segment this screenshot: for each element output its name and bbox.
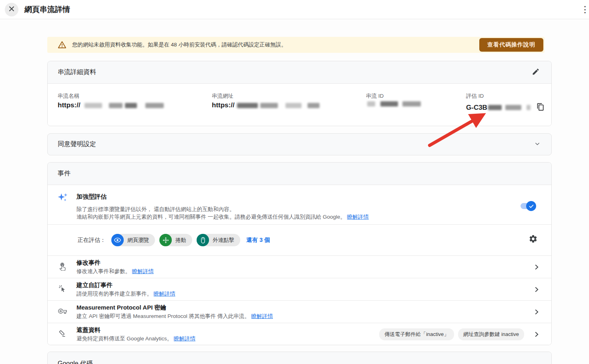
google-tag-header: Google 代碼 bbox=[48, 352, 551, 364]
copy-measurement-id-button[interactable] bbox=[535, 101, 546, 114]
stream-id-value bbox=[366, 101, 422, 107]
learn-more-link[interactable]: 瞭解詳情 bbox=[174, 336, 195, 342]
copy-icon bbox=[537, 103, 545, 112]
scroll-icon bbox=[159, 234, 172, 246]
redact-email-badge: 傳送電子郵件給「inactive」 bbox=[379, 328, 454, 340]
measurement-id-label: 評估 ID bbox=[466, 93, 484, 100]
key-icon bbox=[58, 307, 67, 317]
row-create-custom-events[interactable]: 建立自訂事件 請使用現有的事件建立新事件。 瞭解詳情 bbox=[48, 278, 551, 300]
stream-name-value: https:// bbox=[58, 101, 165, 109]
eraser-icon bbox=[58, 329, 67, 340]
badge-scrolls: 捲動 bbox=[159, 234, 192, 246]
learn-more-link[interactable]: 瞭解詳情 bbox=[251, 313, 273, 319]
row-title: 修改事件 bbox=[76, 259, 101, 267]
eye-icon bbox=[111, 234, 124, 246]
consent-settings-card[interactable]: 同意聲明設定 bbox=[47, 133, 552, 155]
chevron-right-icon bbox=[532, 285, 541, 296]
web-stream-details-page: 網頁串流詳情 ⋮ 您的網站未啟用資料收集功能。如果是在 48 小時前安裝代碼，請… bbox=[0, 0, 589, 364]
kebab-menu-icon[interactable]: ⋮ bbox=[581, 4, 589, 16]
stream-url-label: 串流網址 bbox=[212, 93, 233, 100]
events-card: 事件 加強型評估 除了進行標準瀏覽量評估以外， 還自動評估網站上的互動和內容。 … bbox=[47, 162, 552, 345]
page-title: 網頁串流詳情 bbox=[24, 4, 70, 15]
view-tag-instructions-button[interactable]: 查看代碼操作說明 bbox=[479, 38, 543, 52]
measuring-row: 正在評估： 網頁瀏覽 捲動 bbox=[48, 225, 551, 255]
events-header: 事件 bbox=[48, 163, 551, 185]
enhanced-measurement-desc-2: 連結和內嵌影片等網頁上元素的資料，可連同相關事件 一起收集。請務必避免傳送任何個… bbox=[76, 213, 369, 221]
learn-more-link[interactable]: 瞭解詳情 bbox=[154, 291, 175, 297]
row-title: 建立自訂事件 bbox=[76, 282, 113, 289]
stream-details-header: 串流詳細資料 bbox=[48, 61, 551, 84]
warning-icon bbox=[58, 40, 66, 49]
enhanced-measurement-toggle[interactable] bbox=[521, 203, 535, 209]
chevron-right-icon bbox=[532, 330, 541, 340]
row-description: 請使用現有的事件建立新事件。 瞭解詳情 bbox=[76, 290, 175, 298]
stream-fields: 串流名稱 https:// 串流網址 https:// 串流 ID bbox=[48, 84, 551, 126]
gear-icon[interactable] bbox=[529, 234, 538, 245]
close-button[interactable] bbox=[5, 3, 18, 16]
warning-message: 您的網站未啟用資料收集功能。如果是在 48 小時前安裝代碼，請確認代碼設定正確無… bbox=[72, 41, 287, 48]
warning-banner: 您的網站未啟用資料收集功能。如果是在 48 小時前安裝代碼，請確認代碼設定正確無… bbox=[47, 37, 545, 53]
row-modify-events[interactable]: 修改事件 修改連入事件和參數。 瞭解詳情 bbox=[48, 255, 551, 278]
stream-id-label: 串流 ID bbox=[366, 93, 384, 100]
row-title: 遮蓋資料 bbox=[76, 326, 101, 334]
chevron-right-icon bbox=[532, 308, 541, 318]
google-tag-card: Google 代碼 bbox=[47, 352, 552, 364]
measuring-label: 正在評估： bbox=[78, 237, 106, 244]
events-title: 事件 bbox=[58, 169, 70, 178]
redact-query-param-badge: 網址查詢參數鍵 inactive bbox=[458, 328, 524, 340]
edit-button[interactable] bbox=[530, 66, 541, 78]
close-icon bbox=[8, 5, 16, 14]
row-title: Measurement Protocol API 密鑰 bbox=[76, 304, 167, 312]
badge-outbound-clicks: 外連點擊 bbox=[197, 234, 240, 246]
google-tag-title: Google 代碼 bbox=[58, 360, 93, 364]
touch-icon bbox=[58, 262, 67, 272]
row-description: 修改連入事件和參數。 瞭解詳情 bbox=[76, 268, 154, 275]
cursor-click-icon bbox=[58, 284, 67, 295]
learn-more-link[interactable]: 瞭解詳情 bbox=[132, 268, 154, 274]
consent-settings-title: 同意聲明設定 bbox=[58, 140, 96, 149]
redact-status-badges: 傳送電子郵件給「inactive」 網址查詢參數鍵 inactive bbox=[379, 328, 524, 340]
toggle-check-icon bbox=[526, 201, 536, 211]
enhanced-learn-more-link[interactable]: 瞭解詳情 bbox=[347, 214, 369, 220]
row-redact-data[interactable]: 遮蓋資料 避免特定資料傳送至 Google Analytics。 瞭解詳情 傳送… bbox=[48, 323, 551, 345]
stream-name-label: 串流名稱 bbox=[58, 93, 79, 100]
top-bar: 網頁串流詳情 ⋮ bbox=[0, 0, 589, 19]
badge-page-views: 網頁瀏覽 bbox=[111, 234, 155, 246]
pencil-icon bbox=[532, 68, 540, 77]
stream-url-value: https:// bbox=[212, 101, 321, 109]
more-measurements-link[interactable]: 還有 3 個 bbox=[246, 236, 270, 244]
enhanced-measurement-desc-1: 除了進行標準瀏覽量評估以外， 還自動評估網站上的互動和內容。 bbox=[76, 206, 235, 213]
stream-details-card: 串流詳細資料 串流名稱 https:// 串流網址 https:// bbox=[47, 61, 552, 126]
measurement-id-value: G-C3B bbox=[466, 101, 546, 114]
row-description: 建立 API 密鑰即可透過 Measurement Protocol 將其他事件… bbox=[76, 313, 273, 320]
mouse-icon bbox=[197, 234, 209, 246]
row-measurement-protocol-api[interactable]: Measurement Protocol API 密鑰 建立 API 密鑰即可透… bbox=[48, 300, 551, 323]
stream-details-title: 串流詳細資料 bbox=[58, 68, 96, 76]
chevron-down-icon bbox=[533, 140, 541, 149]
sparkle-icon bbox=[57, 191, 69, 205]
enhanced-measurement-section: 加強型評估 除了進行標準瀏覽量評估以外， 還自動評估網站上的互動和內容。 連結和… bbox=[48, 185, 551, 225]
row-description: 避免特定資料傳送至 Google Analytics。 瞭解詳情 bbox=[76, 335, 195, 342]
enhanced-measurement-title: 加強型評估 bbox=[76, 193, 107, 201]
chevron-right-icon bbox=[532, 263, 541, 273]
